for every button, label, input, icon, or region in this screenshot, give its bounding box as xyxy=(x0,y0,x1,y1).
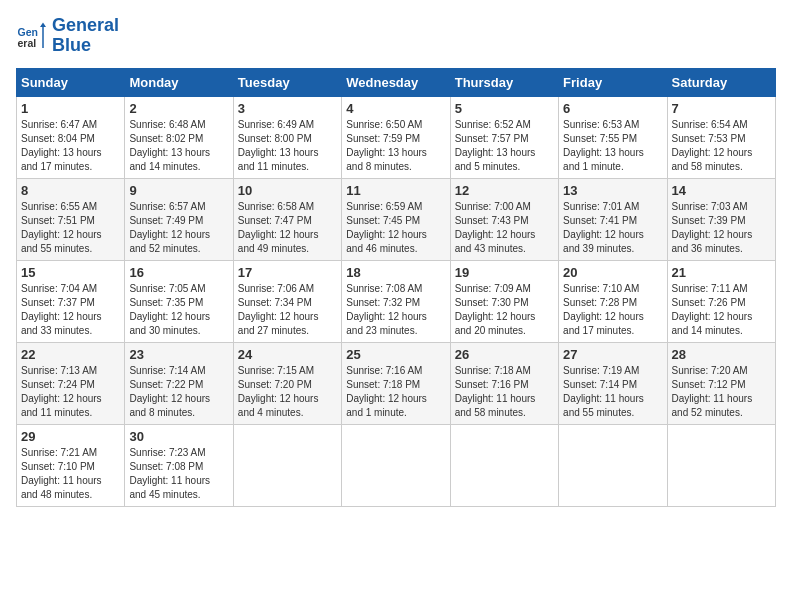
calendar-cell xyxy=(233,424,341,506)
day-detail: Sunrise: 7:16 AM Sunset: 7:18 PM Dayligh… xyxy=(346,364,445,420)
calendar-cell: 18 Sunrise: 7:08 AM Sunset: 7:32 PM Dayl… xyxy=(342,260,450,342)
calendar-cell: 9 Sunrise: 6:57 AM Sunset: 7:49 PM Dayli… xyxy=(125,178,233,260)
day-number: 20 xyxy=(563,265,662,280)
day-number: 4 xyxy=(346,101,445,116)
day-number: 6 xyxy=(563,101,662,116)
calendar-cell: 4 Sunrise: 6:50 AM Sunset: 7:59 PM Dayli… xyxy=(342,96,450,178)
day-number: 27 xyxy=(563,347,662,362)
day-detail: Sunrise: 7:18 AM Sunset: 7:16 PM Dayligh… xyxy=(455,364,554,420)
weekday-header-saturday: Saturday xyxy=(667,68,775,96)
day-number: 10 xyxy=(238,183,337,198)
svg-text:eral: eral xyxy=(18,36,37,48)
day-number: 1 xyxy=(21,101,120,116)
day-detail: Sunrise: 7:04 AM Sunset: 7:37 PM Dayligh… xyxy=(21,282,120,338)
calendar-cell: 27 Sunrise: 7:19 AM Sunset: 7:14 PM Dayl… xyxy=(559,342,667,424)
calendar-cell: 7 Sunrise: 6:54 AM Sunset: 7:53 PM Dayli… xyxy=(667,96,775,178)
day-number: 18 xyxy=(346,265,445,280)
day-number: 19 xyxy=(455,265,554,280)
day-number: 11 xyxy=(346,183,445,198)
calendar-cell: 26 Sunrise: 7:18 AM Sunset: 7:16 PM Dayl… xyxy=(450,342,558,424)
weekday-header-thursday: Thursday xyxy=(450,68,558,96)
day-detail: Sunrise: 7:23 AM Sunset: 7:08 PM Dayligh… xyxy=(129,446,228,502)
day-detail: Sunrise: 6:53 AM Sunset: 7:55 PM Dayligh… xyxy=(563,118,662,174)
calendar-cell: 6 Sunrise: 6:53 AM Sunset: 7:55 PM Dayli… xyxy=(559,96,667,178)
day-number: 13 xyxy=(563,183,662,198)
logo: Gen eral General Blue xyxy=(16,16,119,56)
day-detail: Sunrise: 7:01 AM Sunset: 7:41 PM Dayligh… xyxy=(563,200,662,256)
calendar-cell xyxy=(342,424,450,506)
svg-marker-2 xyxy=(40,22,46,27)
calendar-table: SundayMondayTuesdayWednesdayThursdayFrid… xyxy=(16,68,776,507)
day-detail: Sunrise: 7:11 AM Sunset: 7:26 PM Dayligh… xyxy=(672,282,771,338)
day-detail: Sunrise: 6:47 AM Sunset: 8:04 PM Dayligh… xyxy=(21,118,120,174)
day-number: 26 xyxy=(455,347,554,362)
day-detail: Sunrise: 7:10 AM Sunset: 7:28 PM Dayligh… xyxy=(563,282,662,338)
calendar-cell xyxy=(450,424,558,506)
day-detail: Sunrise: 7:09 AM Sunset: 7:30 PM Dayligh… xyxy=(455,282,554,338)
day-detail: Sunrise: 6:48 AM Sunset: 8:02 PM Dayligh… xyxy=(129,118,228,174)
calendar-cell: 21 Sunrise: 7:11 AM Sunset: 7:26 PM Dayl… xyxy=(667,260,775,342)
day-detail: Sunrise: 6:54 AM Sunset: 7:53 PM Dayligh… xyxy=(672,118,771,174)
calendar-cell xyxy=(559,424,667,506)
day-number: 25 xyxy=(346,347,445,362)
calendar-cell xyxy=(667,424,775,506)
day-number: 16 xyxy=(129,265,228,280)
logo-text: General Blue xyxy=(52,16,119,56)
day-detail: Sunrise: 7:21 AM Sunset: 7:10 PM Dayligh… xyxy=(21,446,120,502)
calendar-cell: 22 Sunrise: 7:13 AM Sunset: 7:24 PM Dayl… xyxy=(17,342,125,424)
calendar-cell: 16 Sunrise: 7:05 AM Sunset: 7:35 PM Dayl… xyxy=(125,260,233,342)
day-number: 7 xyxy=(672,101,771,116)
day-number: 21 xyxy=(672,265,771,280)
day-number: 17 xyxy=(238,265,337,280)
day-number: 5 xyxy=(455,101,554,116)
calendar-cell: 5 Sunrise: 6:52 AM Sunset: 7:57 PM Dayli… xyxy=(450,96,558,178)
day-number: 29 xyxy=(21,429,120,444)
day-detail: Sunrise: 6:52 AM Sunset: 7:57 PM Dayligh… xyxy=(455,118,554,174)
calendar-cell: 14 Sunrise: 7:03 AM Sunset: 7:39 PM Dayl… xyxy=(667,178,775,260)
weekday-header-friday: Friday xyxy=(559,68,667,96)
day-detail: Sunrise: 7:20 AM Sunset: 7:12 PM Dayligh… xyxy=(672,364,771,420)
day-number: 8 xyxy=(21,183,120,198)
day-number: 28 xyxy=(672,347,771,362)
day-number: 30 xyxy=(129,429,228,444)
day-detail: Sunrise: 6:57 AM Sunset: 7:49 PM Dayligh… xyxy=(129,200,228,256)
calendar-cell: 2 Sunrise: 6:48 AM Sunset: 8:02 PM Dayli… xyxy=(125,96,233,178)
logo-icon: Gen eral xyxy=(16,21,46,51)
day-number: 2 xyxy=(129,101,228,116)
weekday-header-wednesday: Wednesday xyxy=(342,68,450,96)
day-detail: Sunrise: 6:59 AM Sunset: 7:45 PM Dayligh… xyxy=(346,200,445,256)
calendar-cell: 10 Sunrise: 6:58 AM Sunset: 7:47 PM Dayl… xyxy=(233,178,341,260)
day-number: 15 xyxy=(21,265,120,280)
day-detail: Sunrise: 7:14 AM Sunset: 7:22 PM Dayligh… xyxy=(129,364,228,420)
calendar-cell: 24 Sunrise: 7:15 AM Sunset: 7:20 PM Dayl… xyxy=(233,342,341,424)
day-detail: Sunrise: 7:05 AM Sunset: 7:35 PM Dayligh… xyxy=(129,282,228,338)
calendar-cell: 17 Sunrise: 7:06 AM Sunset: 7:34 PM Dayl… xyxy=(233,260,341,342)
day-number: 3 xyxy=(238,101,337,116)
day-detail: Sunrise: 7:00 AM Sunset: 7:43 PM Dayligh… xyxy=(455,200,554,256)
calendar-cell: 19 Sunrise: 7:09 AM Sunset: 7:30 PM Dayl… xyxy=(450,260,558,342)
calendar-cell: 3 Sunrise: 6:49 AM Sunset: 8:00 PM Dayli… xyxy=(233,96,341,178)
day-detail: Sunrise: 7:06 AM Sunset: 7:34 PM Dayligh… xyxy=(238,282,337,338)
day-number: 24 xyxy=(238,347,337,362)
day-number: 22 xyxy=(21,347,120,362)
weekday-header-tuesday: Tuesday xyxy=(233,68,341,96)
day-detail: Sunrise: 6:50 AM Sunset: 7:59 PM Dayligh… xyxy=(346,118,445,174)
day-detail: Sunrise: 7:13 AM Sunset: 7:24 PM Dayligh… xyxy=(21,364,120,420)
day-detail: Sunrise: 7:03 AM Sunset: 7:39 PM Dayligh… xyxy=(672,200,771,256)
day-number: 9 xyxy=(129,183,228,198)
day-number: 12 xyxy=(455,183,554,198)
day-number: 14 xyxy=(672,183,771,198)
day-detail: Sunrise: 6:55 AM Sunset: 7:51 PM Dayligh… xyxy=(21,200,120,256)
calendar-cell: 23 Sunrise: 7:14 AM Sunset: 7:22 PM Dayl… xyxy=(125,342,233,424)
day-detail: Sunrise: 7:19 AM Sunset: 7:14 PM Dayligh… xyxy=(563,364,662,420)
calendar-cell: 25 Sunrise: 7:16 AM Sunset: 7:18 PM Dayl… xyxy=(342,342,450,424)
calendar-cell: 8 Sunrise: 6:55 AM Sunset: 7:51 PM Dayli… xyxy=(17,178,125,260)
weekday-header-monday: Monday xyxy=(125,68,233,96)
calendar-cell: 30 Sunrise: 7:23 AM Sunset: 7:08 PM Dayl… xyxy=(125,424,233,506)
day-number: 23 xyxy=(129,347,228,362)
day-detail: Sunrise: 7:15 AM Sunset: 7:20 PM Dayligh… xyxy=(238,364,337,420)
calendar-cell: 20 Sunrise: 7:10 AM Sunset: 7:28 PM Dayl… xyxy=(559,260,667,342)
calendar-cell: 28 Sunrise: 7:20 AM Sunset: 7:12 PM Dayl… xyxy=(667,342,775,424)
weekday-header-sunday: Sunday xyxy=(17,68,125,96)
calendar-cell: 15 Sunrise: 7:04 AM Sunset: 7:37 PM Dayl… xyxy=(17,260,125,342)
